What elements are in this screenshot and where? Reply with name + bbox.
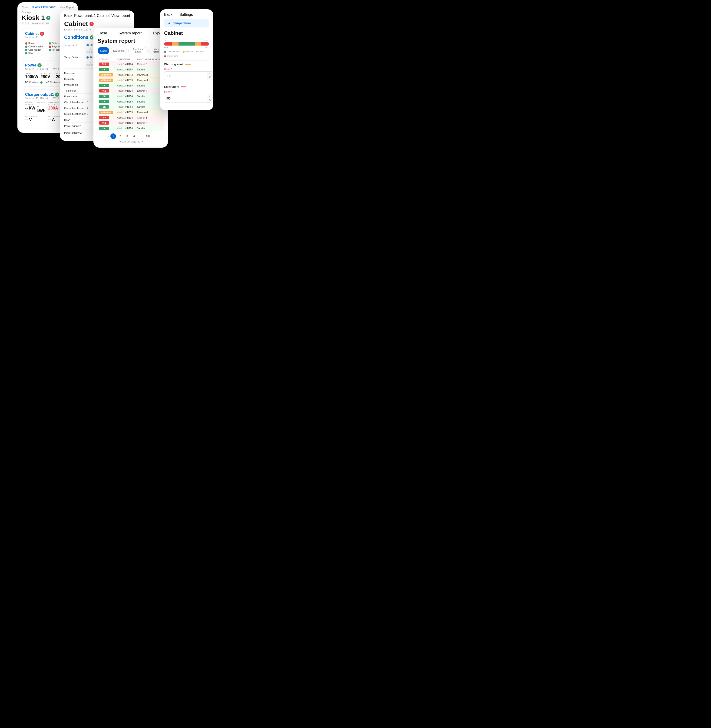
- report-card-title-link[interactable]: System report: [118, 31, 142, 35]
- report-card-body: System report Status Equipment Functiona…: [93, 38, 168, 148]
- pagination-prev[interactable]: ‹: [108, 134, 109, 138]
- table-row: FAIL Kiosk 1 #ID124 Cabinet 3: [97, 120, 164, 126]
- report-table: STATUS EQUIPMENT FUNCTIONAL BLOCK FAIL K…: [97, 57, 164, 131]
- legend-current: CURRENT 45°C: [164, 51, 180, 53]
- report-close-link[interactable]: Close: [97, 31, 107, 35]
- legend-error: ERROR 50°C: [164, 55, 178, 57]
- per-page-chevron[interactable]: ▾: [142, 140, 143, 143]
- row-status-cell: FAIL: [97, 88, 115, 94]
- row-status-cell: WARNING: [97, 72, 115, 78]
- filter-tabs: Status Equipment Functional block More f…: [97, 47, 164, 55]
- kiosk-card-header: Close Kiosk 1 Overview View Report: [18, 2, 78, 11]
- row-equipment-cell: Kiosk 1 #ID124: [115, 88, 136, 94]
- row-equipment-cell: Kiosk 1 #ID254: [115, 126, 136, 131]
- cabinet-error-icon: ✕: [90, 22, 94, 26]
- temp-outlet-dot: [87, 56, 89, 59]
- router-item: Router: [25, 42, 46, 44]
- row-block-cell: Power cell: [136, 72, 164, 78]
- warning-alert-fields: Below * ° C Above *: [164, 68, 209, 80]
- circuit-breaker3-label: Circuit breaker aux. 3: [64, 112, 89, 115]
- settings-back-link[interactable]: Back: [164, 13, 173, 17]
- kiosk-close-link[interactable]: Close: [22, 6, 28, 9]
- charging-status-stat: CHARGING STATUS 200A: [48, 102, 59, 114]
- row-equipment-cell: Kiosk 1 #ID124: [115, 120, 136, 126]
- status-badge: OK: [99, 105, 109, 109]
- circuit-breaker-status-dot: [25, 46, 27, 48]
- row-block-cell: Cabinet 3: [136, 62, 164, 67]
- charger-status-icon: ✓: [55, 93, 59, 97]
- report-table-head: STATUS EQUIPMENT FUNCTIONAL BLOCK: [97, 57, 164, 62]
- ac-voltage-value: 280V: [40, 74, 55, 79]
- report-table-body: FAIL Kiosk 1 #ID124 Cabinet 3 OK Kiosk 1…: [97, 62, 164, 131]
- energy-value: -- kWh: [37, 104, 47, 114]
- page-132[interactable]: 132: [145, 133, 151, 139]
- dc-voltage-label: DC VOLTAGE: [25, 115, 47, 117]
- temp-inlet-dot: [87, 44, 89, 46]
- row-block-cell: Cabinet 3: [136, 88, 164, 94]
- page-2[interactable]: 2: [117, 133, 123, 139]
- report-card-header: Close System report Export: [93, 28, 168, 38]
- row-equipment-cell: Kiosk 1 #ID673: [115, 110, 136, 115]
- page-3[interactable]: 3: [124, 133, 130, 139]
- settings-card-title-link[interactable]: Settings: [180, 13, 193, 17]
- warning-below-group: Below * ° C: [164, 68, 213, 80]
- cabinet-back-link[interactable]: Back: [64, 14, 72, 18]
- row-block-cell: Power cell: [136, 78, 164, 83]
- range-red-right: [201, 42, 209, 46]
- report-table-header-row: STATUS EQUIPMENT FUNCTIONAL BLOCK: [97, 57, 164, 62]
- error-below-input-wrapper: ° C: [164, 94, 213, 103]
- cabinet-serial: Serial nº 123: [25, 36, 44, 39]
- ac-voltage-stat: AC VOLTAGE 280V: [40, 72, 55, 79]
- temp-tab-label: Temperature: [173, 21, 191, 25]
- table-row: FAIL Kiosk 1 #ID124 Cabinet 3: [97, 62, 164, 67]
- charger-section-title: Charger output1 ✓: [25, 93, 59, 97]
- status-badge: FAIL: [99, 62, 109, 66]
- kiosk-view-report-link[interactable]: View Report: [60, 6, 74, 9]
- results-per-page-row: Results per page 20 ▾: [97, 140, 164, 143]
- status-badge: FAIL: [99, 121, 109, 125]
- door-item: Door: [25, 52, 46, 55]
- table-row: WARNING Kiosk 1 #ID673 Power cell: [97, 78, 164, 83]
- row-block-cell: Satellite: [136, 94, 164, 99]
- temperature-tab[interactable]: 🌡 Temperature: [164, 19, 209, 27]
- page-4[interactable]: 4: [131, 133, 137, 139]
- row-block-cell: Satellite: [136, 104, 164, 110]
- row-status-cell: FAIL: [97, 62, 115, 67]
- error-below-input[interactable]: [164, 95, 207, 102]
- settings-divider2: [164, 83, 209, 83]
- range-labels: -10°C 150°C: [164, 40, 209, 42]
- charger-section-left: Charger output1 ✓ Serial nº 123 FW 1.0.1…: [25, 93, 59, 102]
- status-badge: FAIL: [99, 89, 109, 93]
- cabinet-status-icon: ✕: [40, 32, 44, 36]
- cabinet-card-title-link[interactable]: Powerbank 1 Cabinet: [74, 14, 110, 18]
- temp-range-bar: [164, 42, 209, 46]
- energy-stat: ENERGY -- kWh: [37, 102, 47, 114]
- cabinet-section-left: Cabinet ✕ Serial nº 123: [25, 32, 44, 41]
- pagination-next[interactable]: ›: [152, 134, 153, 138]
- circuit-breaker1-label: Circuit breaker aux. 1: [64, 101, 89, 104]
- kiosk-card-title-link[interactable]: Kiosk 1 Overview: [32, 6, 56, 9]
- cabinet-card-header: Back Powerbank 1 Cabinet View report: [60, 10, 134, 20]
- thermometer-icon: 🌡: [167, 21, 171, 25]
- range-yellow-left: [172, 42, 178, 46]
- row-block-cell: Power cell: [136, 110, 164, 115]
- filter-tab-status[interactable]: Status: [97, 47, 109, 55]
- cabinet-view-report-link[interactable]: View report: [111, 14, 130, 18]
- row-status-cell: OK: [97, 104, 115, 110]
- kiosk-status-icon: ✓: [46, 16, 50, 20]
- settings-card-body: 🌡 Temperature Cabinet -10°C 150°C 50°C 4…: [160, 19, 213, 110]
- power-section-left: Power ✓ Serial nº 123 FW 1.0.1 HW 1.0: [25, 63, 59, 72]
- warning-alert-section: Warning alert Below * ° C Above *: [164, 62, 209, 80]
- legend-row: CURRENT 45°C WARNING -10°C/150°C ERROR 5…: [164, 51, 209, 57]
- filter-tab-functional-block[interactable]: Functional block: [128, 47, 148, 55]
- row-status-cell: FAIL: [97, 120, 115, 126]
- page-1[interactable]: 1: [111, 133, 116, 139]
- total-label: TOTAL: [25, 72, 40, 74]
- warning-alert-color-bar: [185, 64, 191, 65]
- status-badge: WARNING: [99, 111, 113, 114]
- power-section-title: Power ✓: [25, 63, 59, 67]
- error-alert-title: Error alert: [164, 85, 179, 89]
- power-output-stat: POWER OUTPUT -- kW: [25, 102, 35, 114]
- warning-below-input[interactable]: [164, 73, 207, 79]
- filter-tab-equipment[interactable]: Equipment: [111, 47, 127, 55]
